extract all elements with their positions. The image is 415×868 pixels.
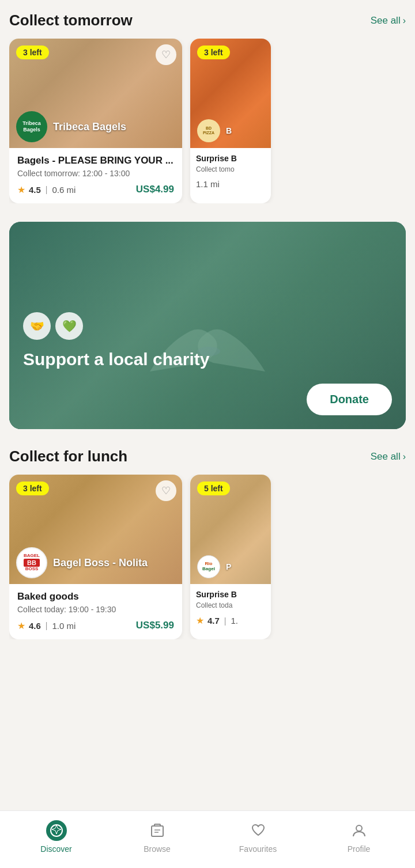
card-image-bdpizza: 3 left BDPIZZA B [190, 39, 271, 148]
nav-label-profile: Profile [348, 844, 371, 854]
see-all-lunch[interactable]: See all › [371, 451, 406, 463]
bottom-nav: Discover Browse Favourites [0, 810, 415, 868]
card-body-bagelboss: Baked goods Collect today: 19:00 - 19:30… [9, 584, 182, 639]
charity-title: Support a local charity [23, 349, 392, 370]
charity-icons-row: 🤝 💚 [23, 312, 392, 340]
card-body-tribeca: Bagels - PLEASE BRING YOUR ... Collect t… [9, 148, 182, 203]
charity-icon-hands: 🤝 [23, 312, 51, 340]
charity-icon-heart: 💚 [55, 312, 83, 340]
tomorrow-cards-row: 3 left ♡ TribecaBagels Tribeca Bagels Ba… [9, 39, 406, 203]
card-title-bagelboss: Baked goods [17, 591, 174, 602]
nav-item-discover[interactable]: Discover [33, 820, 80, 854]
card-title-tribeca: Bagels - PLEASE BRING YOUR ... [17, 155, 174, 166]
nav-label-favourites: Favourites [239, 844, 277, 854]
card-subtitle-bagelboss: Collect today: 19:00 - 19:30 [17, 605, 174, 614]
card-subtitle-riobagel: Collect toda [196, 601, 265, 609]
store-logo-riobagel: Rio Bagel P [197, 555, 231, 578]
badge-left-bdpizza: 3 left [197, 46, 230, 59]
divider-bagelboss: | [46, 621, 48, 630]
card-image-bagelboss: 3 left ♡ BAGEL BB BOSS Bagel Boss - Noli… [9, 475, 182, 584]
store-name-riobagel: P [226, 562, 231, 571]
card-bdpizza[interactable]: 3 left BDPIZZA B Surprise B Collect tomo… [190, 39, 271, 203]
lunch-cards-row: 3 left ♡ BAGEL BB BOSS Bagel Boss - Noli… [9, 475, 406, 639]
price-bagelboss: US$5.99 [136, 620, 174, 631]
card-body-bdpizza: Surprise B Collect tomo 1.1 mi [190, 148, 271, 196]
card-subtitle-bdpizza: Collect tomo [196, 165, 265, 173]
svg-point-5 [356, 825, 362, 831]
nav-icon-browse [147, 820, 168, 841]
store-name-bagelboss: Bagel Boss - Nolita [53, 557, 148, 569]
nav-label-browse: Browse [144, 844, 171, 854]
badge-left-bagelboss: 3 left [16, 482, 49, 495]
store-logo-tribeca: TribecaBagels Tribeca Bagels [16, 111, 126, 142]
store-logo-bdpizza: BDPIZZA B [197, 119, 232, 142]
nav-item-browse[interactable]: Browse [134, 820, 180, 854]
chevron-right-lunch-icon: › [403, 452, 406, 462]
distance-bagelboss: 1.0 mi [52, 621, 76, 631]
price-tribeca: US$4.99 [136, 184, 174, 195]
store-logo-text-bdpizza: BDPIZZA [203, 126, 214, 136]
card-footer-bdpizza: 1.1 mi [196, 179, 265, 189]
see-all-tomorrow-label: See all [371, 15, 401, 26]
store-logo-circle-bagelboss: BAGEL BB BOSS [16, 547, 47, 578]
charity-banner: 🤝 💚 Support a local charity Donate [9, 222, 406, 429]
card-image-riobagel: 5 left Rio Bagel P [190, 475, 271, 584]
divider-tribeca: | [46, 185, 48, 194]
chevron-right-icon: › [403, 16, 406, 26]
star-icon-riobagel: ★ [196, 615, 204, 626]
card-tribeca[interactable]: 3 left ♡ TribecaBagels Tribeca Bagels Ba… [9, 39, 182, 203]
divider-riobagel: | [224, 616, 227, 626]
store-logo-text-tribeca: TribecaBagels [22, 120, 41, 133]
store-name-tribeca: Tribeca Bagels [53, 121, 126, 133]
card-title-bdpizza: Surprise B [196, 154, 265, 163]
star-icon-bagelboss: ★ [17, 620, 25, 631]
rating-riobagel: 4.7 [207, 616, 220, 626]
favourite-btn-tribeca[interactable]: ♡ [156, 44, 176, 65]
charity-content: 🤝 💚 Support a local charity Donate [9, 298, 406, 429]
card-image-tribeca: 3 left ♡ TribecaBagels Tribeca Bagels [9, 39, 182, 148]
card-title-riobagel: Surprise B [196, 590, 265, 599]
store-logo-circle-bdpizza: BDPIZZA [197, 119, 220, 142]
nav-item-profile[interactable]: Profile [336, 820, 382, 854]
star-icon-tribeca: ★ [17, 184, 25, 195]
nav-icon-profile [349, 820, 369, 841]
store-logo-circle-tribeca: TribecaBagels [16, 111, 47, 142]
distance-tribeca: 0.6 mi [52, 185, 76, 195]
see-all-lunch-label: See all [371, 451, 401, 463]
card-footer-bagelboss: ★ 4.6 | 1.0 mi US$5.99 [17, 620, 174, 631]
badge-left-tribeca: 3 left [16, 46, 49, 59]
card-riobagel[interactable]: 5 left Rio Bagel P Surprise B Collect to… [190, 475, 271, 639]
card-footer-riobagel: ★ 4.7 | 1. [196, 615, 265, 626]
store-name-bdpizza: B [226, 126, 232, 135]
rating-bagelboss: 4.6 [29, 621, 41, 631]
section-title-lunch: Collect for lunch [9, 448, 127, 465]
distance-riobagel: 1. [231, 616, 239, 626]
card-body-riobagel: Surprise B Collect toda ★ 4.7 | 1. [190, 584, 271, 633]
nav-icon-discover [46, 820, 67, 841]
store-logo-circle-riobagel: Rio Bagel [197, 555, 220, 578]
section-title-tomorrow: Collect tomorrow [9, 12, 133, 29]
nav-item-favourites[interactable]: Favourites [235, 820, 281, 854]
badge-left-riobagel: 5 left [197, 482, 230, 495]
rating-tribeca: 4.5 [29, 185, 41, 195]
favourite-btn-bagelboss[interactable]: ♡ [156, 480, 176, 501]
store-logo-bagelboss: BAGEL BB BOSS Bagel Boss - Nolita [16, 547, 148, 578]
see-all-tomorrow[interactable]: See all › [371, 15, 406, 26]
nav-icon-favourites [248, 820, 269, 841]
card-bagelboss[interactable]: 3 left ♡ BAGEL BB BOSS Bagel Boss - Noli… [9, 475, 182, 639]
card-footer-tribeca: ★ 4.5 | 0.6 mi US$4.99 [17, 184, 174, 195]
nav-label-discover: Discover [40, 844, 71, 854]
donate-button[interactable]: Donate [307, 384, 392, 415]
svg-rect-2 [152, 826, 163, 836]
distance-bdpizza: 1.1 mi [196, 179, 220, 189]
card-subtitle-tribeca: Collect tomorrow: 12:00 - 13:00 [17, 169, 174, 178]
